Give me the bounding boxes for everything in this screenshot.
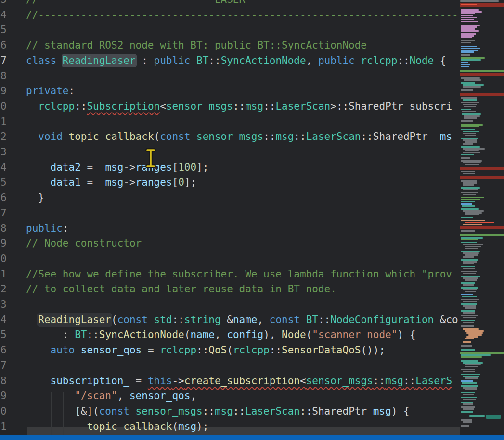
code-line[interactable]: 2 void topic_callback(const sensor_msgs:… (0, 129, 460, 145)
code-line[interactable]: 5 : BT::SyncActionNode(name, config), No… (0, 327, 460, 343)
code-line[interactable]: 3 (0, 145, 460, 160)
code-token: :: (397, 55, 409, 66)
code-token: [ (172, 162, 178, 173)
minimap-line (486, 415, 501, 419)
line-number[interactable]: 6 (0, 38, 7, 53)
code-line[interactable]: 9 "/scan", sensor_qos, (0, 389, 460, 404)
line-number[interactable]: 3 (0, 297, 7, 313)
code-line[interactable]: 3//-----------------------------LASER---… (0, 0, 460, 8)
line-number[interactable]: 6 (0, 343, 7, 358)
minimap[interactable] (460, 0, 504, 440)
code-token: //-----------------------------LASER----… (26, 0, 460, 5)
code-line[interactable]: 4 data2 = _msg->ranges[100]; (0, 160, 460, 176)
code-token: rclcpp (160, 344, 196, 356)
code-token: ) { (391, 405, 410, 417)
minimap-line (461, 320, 475, 321)
code-text: rclcpp::Subscription<sensor_msgs::msg::L… (26, 99, 452, 114)
line-number[interactable]: 7 (0, 53, 7, 69)
code-line[interactable]: 2// to collect data and later reuse data… (0, 282, 460, 297)
minimap-line (461, 54, 470, 56)
code-line[interactable]: 1 (0, 114, 460, 130)
minimap-line (461, 199, 480, 200)
code-line[interactable]: 8 (0, 69, 460, 84)
minimap-line (463, 376, 479, 377)
line-number[interactable]: 1 (0, 114, 7, 130)
code-line[interactable]: 7 (0, 206, 460, 221)
line-number[interactable]: 1 (0, 267, 7, 282)
code-token: void (26, 131, 69, 142)
code-token: class (26, 55, 63, 66)
line-number[interactable]: 2 (0, 129, 7, 145)
minimap-line (461, 30, 479, 32)
code-line[interactable]: 3 (0, 297, 460, 313)
code-token: NodeConfiguration (330, 314, 434, 326)
line-number[interactable]: 5 (0, 175, 7, 190)
line-number[interactable]: 3 (0, 0, 7, 8)
code-line[interactable]: 7class ReadingLaser : public BT::SyncAct… (0, 53, 460, 69)
line-number[interactable]: 1 (0, 419, 7, 435)
code-line[interactable]: 5 (0, 23, 460, 38)
code-token: ( (184, 329, 191, 340)
code-line[interactable]: 6 auto sensor_qos = rclcpp::QoS(rclcpp::… (0, 343, 460, 358)
code-token: sensor_msgs (306, 375, 373, 387)
code-token: :: (172, 314, 184, 326)
code-line[interactable]: 8public: (0, 221, 460, 237)
minimap-line (461, 299, 479, 300)
line-number[interactable]: 8 (0, 374, 7, 389)
minimap-line (461, 197, 484, 198)
line-number[interactable]: 3 (0, 145, 7, 160)
line-number[interactable]: 7 (0, 358, 7, 374)
code-line[interactable]: 5 data1 = _msg->ranges[0]; (0, 175, 460, 190)
code-line[interactable]: 9// Node constructor (0, 236, 460, 251)
line-number[interactable]: 4 (0, 313, 7, 328)
line-number[interactable]: 9 (0, 236, 7, 251)
code-line[interactable]: 1 topic_callback(msg); (0, 419, 460, 435)
minimap-line (461, 160, 482, 162)
minimap-line (463, 284, 474, 286)
line-number[interactable]: 9 (0, 84, 7, 99)
code-token: const (270, 314, 306, 326)
line-number[interactable]: 0 (0, 99, 7, 114)
line-number[interactable]: 8 (0, 221, 7, 237)
code-line[interactable]: 6 } (0, 190, 460, 206)
code-line[interactable]: 8 subscription_ = this->create_subscript… (0, 374, 460, 389)
code-token: Node (410, 55, 434, 66)
minimap-line (463, 362, 483, 364)
minimap-line (463, 399, 476, 400)
minimap-line (461, 26, 477, 28)
line-number[interactable]: 0 (0, 251, 7, 267)
line-number[interactable]: 4 (0, 160, 7, 176)
code-line[interactable]: 4//-------------------------------------… (0, 8, 460, 23)
line-number[interactable]: 0 (0, 404, 7, 419)
code-line[interactable]: 0 [&](const sensor_msgs::msg::LaserScan:… (0, 404, 460, 419)
code-line[interactable]: 0 (0, 251, 460, 267)
minimap-line (463, 104, 477, 105)
code-line[interactable]: 7 (0, 358, 460, 374)
line-number[interactable]: 2 (0, 282, 7, 297)
code-line[interactable]: 9private: (0, 84, 460, 99)
code-line[interactable]: 4 ReadingLaser(const std::string &name, … (0, 313, 460, 328)
code-token: config (227, 329, 263, 340)
code-line[interactable]: 6// standard ROS2 node with BT: public B… (0, 38, 460, 53)
code-editor[interactable]: 3//-----------------------------LASER---… (0, 0, 460, 440)
minimap-line (465, 246, 481, 247)
line-number[interactable]: 4 (0, 8, 7, 23)
minimap-line (461, 129, 475, 130)
line-number[interactable]: 5 (0, 327, 7, 343)
code-token: , (190, 390, 196, 402)
code-token: 100 (178, 162, 196, 173)
minimap-line (461, 48, 480, 49)
code-line[interactable]: 1//See how we define the subscriber. We … (0, 267, 460, 282)
minimap-line (461, 28, 475, 30)
code-token: const (99, 405, 136, 417)
line-number[interactable]: 9 (0, 389, 7, 404)
line-number[interactable]: 6 (0, 190, 7, 206)
minimap-line (460, 167, 504, 170)
minimap-line (461, 146, 480, 148)
line-number[interactable]: 5 (0, 23, 7, 38)
code-token: , (258, 314, 270, 326)
line-number[interactable]: 7 (0, 206, 7, 221)
line-number[interactable]: 8 (0, 69, 7, 84)
code-line[interactable]: 0 rclcpp::Subscription<sensor_msgs::msg:… (0, 99, 460, 114)
minimap-line (461, 419, 472, 421)
